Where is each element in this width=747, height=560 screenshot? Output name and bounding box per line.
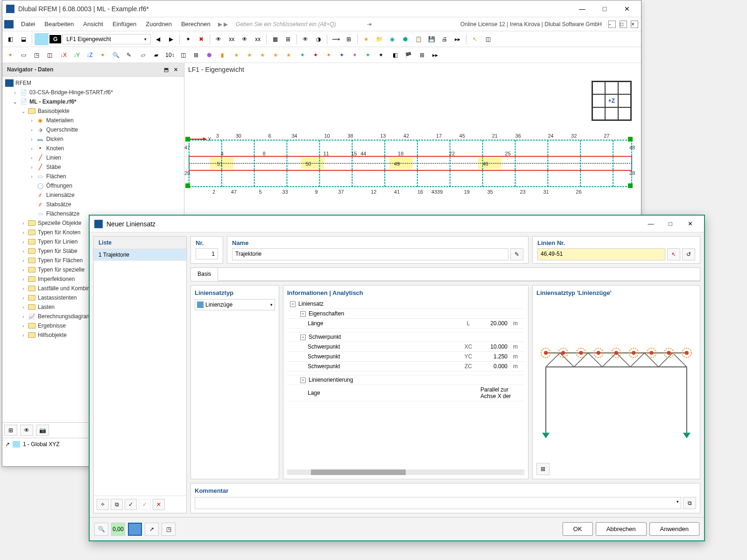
units-icon[interactable]: 0,00 [111,523,125,536]
tool-icon[interactable]: ✖ [195,33,207,45]
tree-file-active[interactable]: ⌄📄ML - Example.rf6* [3,97,183,106]
dialog-close-icon[interactable]: ✕ [681,217,699,231]
tool-icon[interactable]: ⬢ [203,49,215,61]
color-icon[interactable] [128,523,142,536]
tree-item[interactable]: ›╱Linien [3,153,183,162]
cancel-button[interactable]: Abbrechen [596,522,647,536]
tool-icon[interactable]: ⬢ [399,33,411,45]
tool-icon[interactable]: ★ [269,49,282,61]
list-copy-icon[interactable]: ⧉ [111,499,123,510]
axis-z-icon[interactable]: ↓Z [84,49,96,61]
tree-item[interactable]: ›╱Stäbe [3,162,183,172]
tool-icon[interactable]: ⟿ [330,33,342,45]
tree-basisobjekte[interactable]: ⌄Basisobjekte [3,106,183,116]
close-panel-icon[interactable]: ✕ [172,66,179,73]
tool-icon[interactable]: ⊞ [190,49,202,61]
tool-icon[interactable]: ✦ [362,49,374,61]
comment-input[interactable]: ▾ [195,497,681,509]
lines-input[interactable]: 46,49-51 [537,248,665,260]
dialog-min-icon[interactable]: — [641,217,660,231]
tool-icon[interactable]: 👁 [212,33,225,45]
list-row[interactable]: 1 Trajektorie [94,249,186,261]
tree-liniensaetze[interactable]: ⫽Liniensätze [3,190,183,200]
tool-icon[interactable]: ▦ [269,33,281,45]
preview-tool-icon[interactable]: ⊞ [536,463,550,475]
tool-icon[interactable]: ◳ [30,49,42,61]
apply-button[interactable]: Anwenden [649,522,699,536]
tool-icon[interactable]: ★ [256,49,268,61]
mdi-max-icon[interactable]: □ [620,21,627,28]
tool-icon[interactable]: 💾 [425,33,437,45]
tool-icon[interactable]: ★ [360,33,372,45]
tree-item[interactable]: ›⬗Querschnitte [3,125,183,134]
help-icon[interactable]: 🔍 [94,523,108,536]
tool-icon[interactable]: ▰ [150,49,162,61]
tool-icon[interactable]: ▭ [17,49,29,61]
tree-item[interactable]: ›▬Dicken [3,134,183,144]
tool-icon[interactable]: ◫ [177,49,189,61]
tool-icon[interactable]: 📋 [412,33,424,45]
nav-tab-eye-icon[interactable]: 👁 [20,425,33,436]
tool-icon[interactable]: ◧ [4,33,16,45]
ok-button[interactable]: OK [563,522,593,536]
maximize-button[interactable]: □ [594,2,615,16]
list-uncheck-icon[interactable]: ✓ [139,499,151,510]
mdi-min-icon[interactable]: - [608,21,616,28]
tree-item[interactable]: ⫽Stabsätze [3,200,183,209]
tree-root[interactable]: RFEM [3,78,183,88]
dialog-max-icon[interactable]: □ [661,217,680,231]
axis-y-icon[interactable]: ↓Y [70,49,83,61]
tool-icon[interactable]: ✦ [310,49,322,61]
tool-icon[interactable]: ★ [243,49,255,61]
tool-icon[interactable]: xx [226,33,238,45]
type-select[interactable]: Linienzüge ▾ [195,299,275,310]
axis-x-icon[interactable]: ↓X [57,49,70,61]
tool-icon[interactable]: ✦ [296,49,309,61]
menu-berechnen[interactable]: Berechnen [177,19,214,29]
tool-icon[interactable]: ⊞ [416,49,428,61]
tool-icon[interactable]: ✦ [182,33,194,45]
comment-lib-icon[interactable]: ⧉ [683,497,696,509]
tool-icon[interactable]: ⊞ [282,33,294,45]
tool-icon[interactable]: 10↕ [164,49,176,61]
overflow-icon[interactable]: ▸▸ [451,33,464,45]
tool-icon[interactable]: ▮ [216,49,228,61]
tool-icon[interactable]: ✦ [375,49,387,61]
tool-icon[interactable]: 🔍 [110,49,122,61]
menu-zuordnen[interactable]: Zuordnen [142,19,176,29]
prev-icon[interactable]: ◀ [152,33,164,45]
scrollbar-h[interactable] [311,469,406,475]
axis-cube[interactable]: +Z [592,81,632,121]
tool-icon[interactable]: ◉ [386,33,398,45]
menu-ansicht[interactable]: Ansicht [79,19,107,29]
nr-input[interactable]: 1 [196,248,218,259]
nav-tab-cam-icon[interactable]: 📷 [36,425,49,436]
list-check-icon[interactable]: ✓ [125,499,137,510]
tool-icon[interactable]: ✦ [349,49,361,61]
loadcase-select[interactable]: LF1 Eigengewicht ▾ [62,34,151,44]
menu-bearbeiten[interactable]: Bearbeiten [41,19,78,29]
keyword-search[interactable]: Geben Sie ein Schlüsselwort ein (Alt+Q) [232,19,362,29]
nav-tab-data-icon[interactable]: ⊞ [4,425,17,436]
name-edit-icon[interactable]: ✎ [510,248,523,260]
tool-icon[interactable]: ✎ [123,49,135,61]
close-button[interactable]: ✕ [617,2,637,16]
tool-icon[interactable]: 👁 [299,33,311,45]
list-delete-icon[interactable]: ✕ [153,499,165,510]
tool-icon[interactable]: ◧ [389,49,401,61]
tab-basis[interactable]: Basis [191,268,218,281]
tree-item[interactable]: ›▭Flächen [3,172,183,181]
tool-icon[interactable]: ⬓ [17,33,29,45]
search-go-icon[interactable]: ⇥ [364,21,374,28]
tool-icon[interactable]: xx [252,33,264,45]
next-icon[interactable]: ▶ [165,33,177,45]
menu-overflow-icon[interactable]: ▶ ▶ [216,21,230,28]
tree-item[interactable]: ›•Knoten [3,144,183,153]
pin-icon[interactable]: ⬒ [162,66,170,73]
tool-icon[interactable]: ↖ [469,33,481,45]
tool-icon[interactable]: 📁 [373,33,385,45]
list-new-icon[interactable]: ✧ [97,499,109,510]
tree-file[interactable]: ›📄03-CSA-Bridge-Hinge-START.rf6* [3,88,183,97]
tool-icon[interactable]: ◫ [482,33,494,45]
tool-icon[interactable]: ✦ [323,49,335,61]
